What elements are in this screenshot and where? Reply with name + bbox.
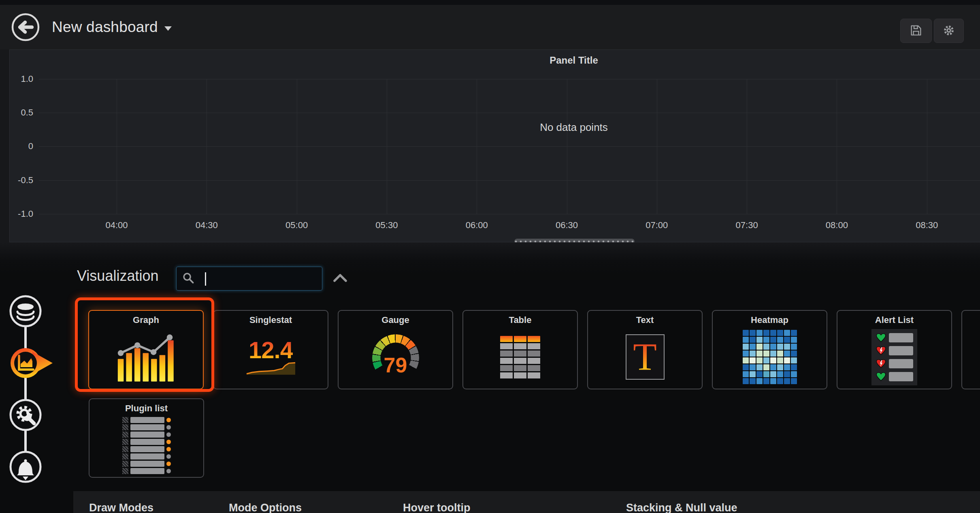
viz-card-heatmap[interactable]: Heatmap (712, 310, 827, 389)
section-header-stacking-null-value: Stacking & Null value (626, 502, 737, 513)
x-axis-label: 07:30 (718, 220, 775, 231)
viz-card-alert-list[interactable]: Alert List (837, 310, 952, 389)
x-axis-label: 06:00 (448, 220, 505, 231)
text-icon: T (588, 325, 702, 389)
viz-card-label: Heatmap (751, 315, 788, 325)
gridline-horizontal (39, 214, 980, 214)
save-icon (909, 24, 923, 38)
sidebar-item-visualization[interactable] (0, 343, 57, 383)
x-axis-label: 04:00 (88, 220, 145, 231)
viz-card-label: Alert List (875, 315, 914, 325)
viz-card-label: Gauge (381, 315, 409, 325)
x-axis-label: 05:30 (358, 220, 415, 231)
dashboard-title-dropdown[interactable]: New dashboard (52, 19, 172, 36)
viz-card-table[interactable]: Table (462, 310, 578, 389)
rail-connector-line (24, 312, 27, 467)
viz-card-label: Text (636, 315, 654, 325)
dashboard-settings-button[interactable] (934, 19, 964, 43)
window-top-strip (0, 0, 980, 5)
gridline-vertical (477, 79, 477, 214)
viz-card-label: Singlestat (249, 315, 292, 325)
gear-wrench-icon (8, 428, 43, 434)
viz-card-plugin-list[interactable]: Plugin list (89, 398, 204, 478)
viz-card-singlestat[interactable]: Singlestat12.4 (213, 310, 328, 389)
sidebar-item-general[interactable] (8, 397, 43, 433)
back-arrow-icon (11, 37, 40, 43)
bell-icon (8, 480, 43, 486)
section-header-hover-tooltip: Hover tooltip (403, 502, 471, 513)
no-data-text: No data points (10, 121, 980, 134)
viz-card-text[interactable]: TextT (587, 310, 703, 389)
area-chart-icon (0, 378, 57, 385)
gridline-vertical (297, 79, 297, 214)
y-axis-label: -1.0 (10, 209, 33, 219)
x-axis-label: 08:30 (899, 220, 955, 231)
sidebar-item-queries[interactable] (8, 293, 43, 329)
gridline-horizontal (39, 113, 980, 113)
gridline-horizontal (39, 146, 980, 147)
gridline-horizontal (39, 180, 980, 181)
graph-icon (89, 325, 203, 389)
table-icon (463, 325, 577, 389)
viz-cards-row-1: Graph Singlestat12.4 Gauge 79TableTextTH… (88, 310, 980, 389)
x-axis-label: 04:30 (178, 220, 235, 231)
x-axis-label: 06:30 (539, 220, 595, 231)
gridline-vertical (747, 79, 747, 214)
back-button[interactable] (11, 12, 40, 42)
search-icon (182, 272, 194, 286)
viz-search-input[interactable] (200, 272, 301, 285)
gridline-vertical (117, 79, 117, 214)
viz-card-label: Table (509, 315, 532, 325)
viz-section-heading: Visualization (77, 267, 158, 284)
y-axis-label: -0.5 (10, 175, 33, 186)
gauge-icon: 79 (339, 325, 452, 389)
gridline-vertical (927, 79, 927, 214)
viz-card-more (961, 310, 980, 389)
navbar-actions (900, 19, 964, 43)
x-axis-label: 05:00 (268, 220, 325, 231)
gridline-vertical (207, 79, 207, 214)
database-icon (8, 324, 43, 330)
singlestat-icon: 12.4 (214, 325, 328, 389)
graph-panel: Panel Title 1.00.50-0.5-1.004:0004:3005:… (9, 49, 980, 242)
gridline-vertical (387, 79, 387, 214)
save-dashboard-button[interactable] (900, 19, 932, 43)
y-axis-label: 0 (10, 141, 33, 152)
gridline-vertical (837, 79, 837, 214)
x-axis-label: 08:00 (808, 220, 865, 231)
caret-down-icon (164, 26, 172, 31)
gear-icon (942, 24, 955, 38)
viz-search-box (176, 267, 322, 291)
plugin-list-icon (89, 414, 203, 477)
collapse-section-button[interactable] (331, 272, 349, 284)
navbar: New dashboard (0, 5, 980, 49)
viz-card-graph[interactable]: Graph (88, 310, 204, 389)
sidebar-item-alert[interactable] (8, 449, 43, 485)
text-cursor (205, 272, 206, 286)
gridline-vertical (657, 79, 657, 214)
gridline-vertical (567, 79, 567, 214)
section-header-mode-options: Mode Options (229, 502, 302, 513)
dashboard-title: New dashboard (52, 19, 158, 36)
chevron-up-icon (332, 278, 348, 284)
panel-options-bar: Draw ModesMode OptionsHover tooltipStack… (73, 491, 980, 513)
viz-card-gauge[interactable]: Gauge 79 (338, 310, 453, 389)
x-axis-label: 07:00 (628, 220, 685, 231)
section-header-draw-modes: Draw Modes (89, 502, 153, 513)
viz-card-label: Graph (133, 315, 159, 325)
viz-cards-row-2: Plugin list (89, 398, 204, 478)
y-axis-label: 1.0 (10, 74, 33, 84)
heatmap-icon (713, 325, 827, 389)
panel-left-gutter (0, 49, 9, 242)
panel-title[interactable]: Panel Title (10, 55, 980, 66)
y-axis-label: 0.5 (10, 107, 33, 118)
gridline-horizontal (39, 79, 980, 79)
alert-list-icon (837, 325, 951, 389)
viz-card-label: Plugin list (125, 403, 168, 414)
